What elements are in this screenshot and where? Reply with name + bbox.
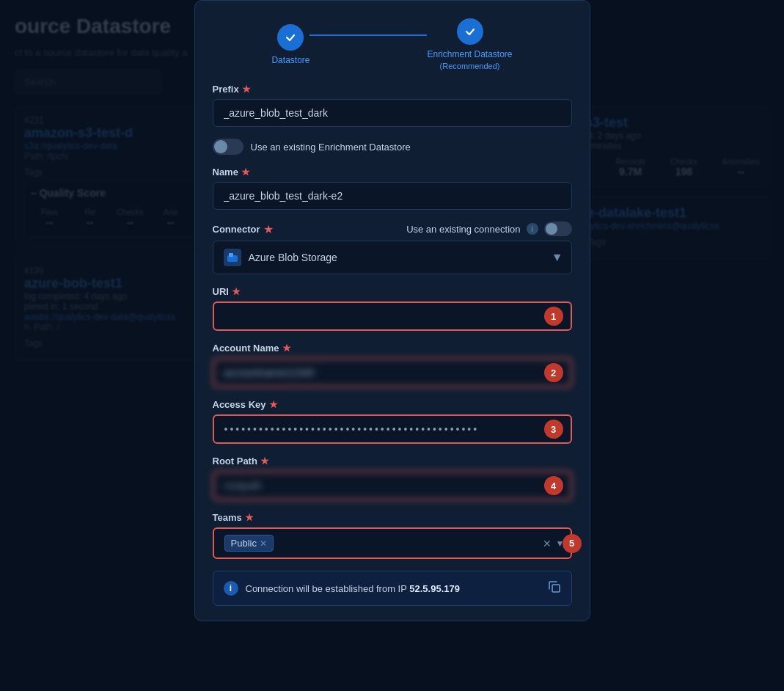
root-path-required: ★ — [260, 456, 269, 467]
use-existing-group: Use an existing connection i — [406, 222, 571, 236]
account-name-group: Account Name ★ 2 — [213, 343, 572, 387]
access-key-wrapper: 3 — [213, 414, 572, 444]
access-key-label: Access Key ★ — [213, 399, 572, 410]
modal: Datastore Enrichment Datastore(Recommend… — [194, 0, 590, 621]
account-required: ★ — [282, 343, 291, 354]
access-key-required: ★ — [269, 399, 278, 410]
access-key-input[interactable] — [213, 414, 572, 444]
account-name-label: Account Name ★ — [213, 343, 572, 354]
connector-dropdown-arrow: ▼ — [552, 251, 563, 264]
connector-value: Azure Blob Storage — [249, 252, 337, 263]
root-path-wrapper: 4 — [213, 471, 572, 500]
info-icon: i — [527, 223, 538, 235]
remove-public-tag[interactable]: ✕ — [260, 538, 267, 549]
root-path-input[interactable] — [213, 471, 572, 500]
connection-info-bar: i Connection will be established from IP… — [213, 571, 572, 606]
uri-group: URI ★ 1 — [213, 286, 572, 331]
prefix-input[interactable] — [213, 99, 572, 127]
existing-enrichment-label: Use an existing Enrichment Datastore — [251, 142, 411, 153]
connector-select[interactable]: Azure Blob Storage — [213, 241, 572, 274]
step-2-label: Enrichment Datastore(Recommended) — [427, 49, 512, 72]
field-badge-3: 3 — [544, 420, 563, 439]
teams-input-wrapper: Public ✕ ✕ ▼ 5 — [213, 527, 572, 559]
step-enrichment: Enrichment Datastore(Recommended) — [427, 18, 512, 72]
prefix-label: Prefix ★ — [213, 84, 572, 95]
name-group: Name ★ — [213, 167, 572, 210]
step-1-label: Datastore — [271, 55, 309, 67]
svg-rect-2 — [552, 585, 560, 592]
uri-wrapper: 1 — [213, 301, 572, 331]
step-2-circle — [457, 18, 483, 45]
uri-label: URI ★ — [213, 286, 572, 297]
field-badge-2: 2 — [544, 363, 563, 382]
name-input[interactable] — [213, 182, 572, 210]
step-datastore: Datastore — [271, 24, 309, 67]
account-name-input[interactable] — [213, 358, 572, 387]
copy-ip-button[interactable] — [548, 580, 561, 596]
root-path-group: Root Path ★ 4 — [213, 456, 572, 500]
access-key-group: Access Key ★ 3 — [213, 399, 572, 444]
teams-group: Teams ★ Public ✕ ✕ ▼ 5 — [213, 512, 572, 559]
info-ip: 52.5.95.179 — [409, 583, 460, 594]
modal-overlay: Datastore Enrichment Datastore(Recommend… — [0, 0, 784, 691]
svg-rect-1 — [229, 253, 233, 257]
use-existing-toggle[interactable] — [544, 222, 572, 236]
teams-input[interactable]: Public ✕ ✕ ▼ — [213, 527, 572, 559]
toggle-thumb — [214, 140, 227, 153]
teams-actions: ✕ ▼ — [543, 538, 565, 549]
public-tag: Public ✕ — [224, 535, 274, 552]
connector-group: Connector ★ Use an existing connection i — [213, 222, 572, 274]
field-badge-5: 5 — [563, 534, 582, 553]
connector-label: Connector — [213, 224, 260, 235]
info-message: Connection will be established from IP 5… — [246, 583, 541, 594]
use-existing-text: Use an existing connection — [406, 224, 520, 235]
connector-select-wrapper: Azure Blob Storage ▼ — [213, 241, 572, 274]
account-name-wrapper: 2 — [213, 358, 572, 387]
teams-required: ★ — [245, 512, 254, 523]
field-badge-1: 1 — [544, 307, 563, 326]
teams-clear-button[interactable]: ✕ — [543, 538, 552, 549]
name-required: ★ — [241, 167, 250, 178]
root-path-label: Root Path ★ — [213, 456, 572, 467]
connector-required: ★ — [263, 222, 274, 236]
info-circle-icon: i — [224, 581, 238, 596]
teams-label: Teams ★ — [213, 512, 572, 523]
prefix-required: ★ — [242, 84, 251, 95]
step-connector-line — [309, 34, 427, 36]
uri-input[interactable] — [213, 301, 572, 331]
azure-blob-icon — [224, 249, 241, 266]
step-1-circle — [277, 24, 304, 51]
use-existing-thumb — [546, 223, 557, 235]
wizard-steps: Datastore Enrichment Datastore(Recommend… — [195, 1, 590, 84]
existing-enrichment-toggle-row: Use an existing Enrichment Datastore — [213, 139, 572, 155]
prefix-group: Prefix ★ — [213, 84, 572, 127]
modal-form-body: Prefix ★ Use an existing Enrichment Data… — [195, 84, 590, 559]
connector-row: Connector ★ Use an existing connection i — [213, 222, 572, 236]
field-badge-4: 4 — [544, 476, 563, 495]
existing-enrichment-toggle[interactable] — [213, 139, 243, 155]
uri-required: ★ — [232, 286, 241, 297]
name-label: Name ★ — [213, 167, 572, 178]
